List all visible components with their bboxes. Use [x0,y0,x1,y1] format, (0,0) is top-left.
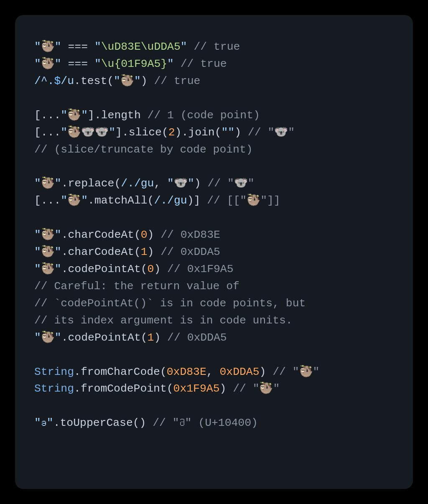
token-str: "🦥" [114,75,141,87]
token-punct: ) [141,75,148,87]
token-comment: // `codePointAt()` is in code points, bu… [34,297,306,310]
token-punct: ( [107,75,114,87]
token-punct: ]. [88,109,101,122]
token-str: " [181,41,187,53]
token-punct: ) [148,229,154,241]
token-punct: . [74,366,81,378]
token-class: String [34,382,74,395]
token-prop: slice [129,126,162,139]
token-str: "🦥" [34,177,61,190]
token-comment: // true [187,41,240,53]
token-punct: . [61,331,68,344]
code-line: "🦥".codePointAt(0) // 0x1F9A5 [34,263,234,275]
token-prop: charCodeAt [68,246,134,258]
token-punct: ( [148,194,154,207]
token-str: "🐨" [167,177,194,190]
token-punct: [... [34,126,61,139]
token-punct: ) [154,331,160,344]
token-num: 0x1F9A5 [173,382,220,395]
token-comment: // "𐐀" (U+10400) [146,417,257,429]
token-comment: // [["🦥"]] [200,194,280,207]
token-regex: /^. [34,75,54,87]
token-punct: , [154,177,167,190]
token-punct: ( [215,126,222,139]
code-panel: "🦥" === "\uD83E\uDDA5" // true "🦥" === "… [15,15,413,489]
code-line: String.fromCharCode(0xD83E, 0xDDA5) // "… [34,366,319,378]
code-line: "🦥".charCodeAt(1) // 0xDDA5 [34,246,220,258]
code-line: "𐐨".toUpperCase() // "𐐀" (U+10400) [34,417,258,429]
token-punct: . [88,194,94,207]
token-comment: // 0xDDA5 [160,331,227,344]
token-punct: )] [187,194,201,207]
token-class: String [34,366,74,378]
code-line: "🦥" === "\u{01F9A5}" // true [34,58,227,70]
token-num: 0xDDA5 [219,366,259,378]
token-comment: // (slice/truncate by code point) [34,143,253,156]
token-num: 0xD83E [167,366,206,378]
token-punct: ) [219,382,226,395]
token-num: 2 [168,126,175,139]
token-prop: length [101,109,141,122]
token-punct: () [133,417,146,429]
token-punct: . [61,229,68,241]
token-str: "🦥" [34,229,61,241]
token-comment: // 0xDDA5 [154,246,220,258]
token-comment: // true [174,58,227,70]
code-line: // its index argument is in code units. [34,314,293,327]
code-line: "🦥".charCodeAt(0) // 0xD83E [34,229,220,241]
token-str: "🦥" [61,109,88,122]
code-line: String.fromCodePoint(0x1F9A5) // "🦥" [34,382,280,395]
token-punct: === [61,41,94,53]
token-punct: ]. [115,126,129,139]
token-comment: // 0x1F9A5 [160,263,233,275]
token-punct: . [61,246,68,258]
token-punct: [... [34,194,61,207]
token-prop: fromCharCode [81,366,160,378]
token-const: $ [54,75,61,87]
token-punct: ) [148,246,154,258]
token-num: 0 [148,263,154,275]
token-prop: join [188,126,214,139]
token-prop: fromCodePoint [81,382,167,395]
token-num: 1 [148,331,154,344]
token-prop: charCodeAt [68,229,134,241]
token-esc: \u{01F9A5} [101,58,167,70]
token-str: "𐐨" [34,417,54,429]
token-comment: // "🦥" [226,382,280,395]
token-punct: ). [175,126,189,139]
token-str: " [167,58,174,70]
code-line: [..."🦥"].length // 1 (code point) [34,109,260,122]
token-comment: // "🐨" [201,177,255,190]
token-regex: /./gu [154,194,187,207]
token-str: "🦥" [34,246,61,258]
token-str: "🦥" [34,331,61,344]
code-line: "🦥" === "\uD83E\uDDA5" // true [34,41,240,53]
token-punct: ) [194,177,201,190]
token-punct: ( [134,229,141,241]
token-prop: test [81,75,107,87]
token-punct: . [61,177,68,190]
token-comment: // "🐨" [241,126,295,139]
token-punct: , [206,366,220,378]
token-str: " [94,58,101,70]
code-line: "🦥".codePointAt(1) // 0xDDA5 [34,331,227,344]
code-line: // (slice/truncate by code point) [34,143,253,156]
token-prop: codePointAt [68,263,141,275]
token-punct: . [74,75,81,87]
token-str: "" [222,126,235,139]
token-str: " [94,41,101,53]
token-regex: /u [61,75,74,87]
token-punct: . [74,382,81,395]
token-punct: ( [114,177,121,190]
token-comment: // Careful: the return value of [34,280,239,293]
code-line: // Careful: the return value of [34,280,239,293]
token-num: 1 [141,246,148,258]
code-line: // `codePointAt()` is in code points, bu… [34,297,306,310]
token-punct: ( [134,246,141,258]
code-block: "🦥" === "\uD83E\uDDA5" // true "🦥" === "… [34,38,396,432]
token-esc: \uD83E\uDDA5 [101,41,181,53]
token-punct: [... [34,109,61,122]
code-line: [..."🦥🐨🐨"].slice(2).join("") // "🐨" [34,126,295,139]
token-punct: . [54,417,60,429]
token-prop: codePointAt [68,331,141,344]
